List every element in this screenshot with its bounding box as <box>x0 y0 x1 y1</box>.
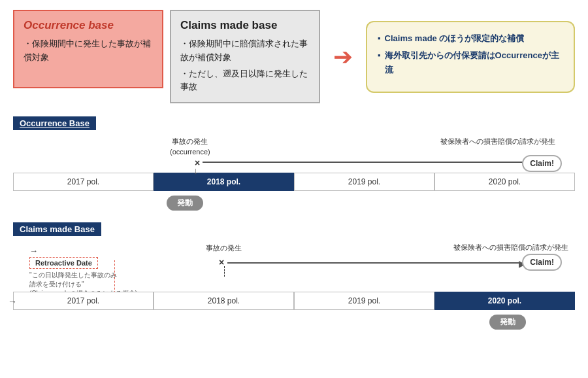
occ-label: Occurrence Base <box>13 116 96 130</box>
occurrence-timeline: Occurrence Base 事故の発生 (occurrence) × ▶ ↓… <box>13 116 575 211</box>
cm-label: Claims made Base <box>13 222 101 236</box>
cm-left-arrow: → <box>8 296 17 307</box>
cm-claim-label: 被保険者への損害賠償の請求が発生 <box>453 243 568 252</box>
cm-hatsudo: 発動 <box>489 315 526 330</box>
top-section: Occurrence base ・保険期間中に発生した事故が補償対象 Claim… <box>13 10 575 103</box>
occ-bars: 2017 pol. 2018 pol. 2019 pol. 2020 pol. <box>13 173 575 191</box>
occ-arrow-line <box>203 162 529 163</box>
main-container: Occurrence base ・保険期間中に発生した事故が補償対象 Claim… <box>0 0 588 339</box>
occ-anno-row: 事故の発生 (occurrence) × ▶ ↓ 被保険者への損害賠償の請求が発… <box>13 137 575 173</box>
cm-bars: 2017 pol. 2018 pol. 2019 pol. 2020 pol. <box>13 292 575 310</box>
retro-dashed-line <box>114 260 167 293</box>
cm-x-mark: × <box>219 257 224 267</box>
cm-label-wrap: Claims made Base <box>13 222 575 240</box>
retro-date-wrap: → Retroactive Date "この日以降発生した事故のみ 請求を受け付… <box>29 246 137 298</box>
claims-content: ・保険期間中に賠償請求された事故が補償対象 ・ただし、遡及日以降に発生した事故 <box>180 37 310 94</box>
claims-line2: ・ただし、遡及日以降に発生した事故 <box>180 67 310 95</box>
cm-bar-2018: 2018 pol. <box>154 292 294 310</box>
claims-title: Claims made base <box>180 19 310 32</box>
cm-arrow-line <box>227 262 521 264</box>
occ-claim-label: 被保険者への損害賠償の請求が発生 <box>440 137 555 146</box>
cm-bars-wrap: → 2017 pol. 2018 pol. 2019 pol. 2020 pol… <box>13 292 575 310</box>
cm-accident-label: 事故の発生 <box>206 243 242 254</box>
occ-down-arrow: ↓ <box>193 165 198 176</box>
retro-arrow-left: → <box>29 246 137 256</box>
occ-claim-bubble: Claim! <box>522 155 562 172</box>
claims-timeline: Claims made Base → Retroactive Date "この日… <box>13 222 575 330</box>
cm-bar-2019: 2019 pol. <box>294 292 434 310</box>
claims-box: Claims made base ・保険期間中に賠償請求された事故が補償対象 ・… <box>170 10 320 103</box>
occ-bar-2017: 2017 pol. <box>13 173 154 191</box>
cm-claim-bubble: Claim! <box>522 254 562 271</box>
claims-line1: ・保険期間中に賠償請求された事故が補償対象 <box>180 37 310 65</box>
retro-date-box: Retroactive Date <box>29 257 98 269</box>
occ-accident-label: 事故の発生 (occurrence) <box>170 137 210 157</box>
occ-bar-2018: 2018 pol. <box>154 173 294 191</box>
summary-item-1: Claims made のほうが限定的な補償 <box>378 31 563 46</box>
occurrence-title: Occurrence base <box>24 19 153 32</box>
occ-bar-2020: 2020 pol. <box>434 173 575 191</box>
cm-vert-dashed <box>224 266 225 277</box>
occ-bar-2019: 2019 pol. <box>294 173 434 191</box>
occ-hatsudo: 発動 <box>167 196 203 211</box>
cm-anno-row: → Retroactive Date "この日以降発生した事故のみ 請求を受け付… <box>13 243 575 292</box>
occurrence-box: Occurrence base ・保険期間中に発生した事故が補償対象 <box>13 10 163 88</box>
cm-bar-2017: 2017 pol. <box>13 292 154 310</box>
occ-hatsudo-wrap: 発動 <box>13 194 575 211</box>
summary-box: Claims made のほうが限定的な補償 海外取引先からの付保要請はOccu… <box>366 21 575 93</box>
right-arrow-icon: ➔ <box>327 43 359 71</box>
cm-hatsudo-wrap: 発動 <box>13 313 575 330</box>
timeline-section: Occurrence Base 事故の発生 (occurrence) × ▶ ↓… <box>13 116 575 330</box>
cm-bar-2020: 2020 pol. <box>434 292 575 310</box>
occurrence-content: ・保険期間中に発生した事故が補償対象 <box>24 37 153 65</box>
occurrence-line1: ・保険期間中に発生した事故が補償対象 <box>24 39 151 62</box>
summary-item-2: 海外取引先からの付保要請はOccurrenceが主流 <box>378 48 563 77</box>
